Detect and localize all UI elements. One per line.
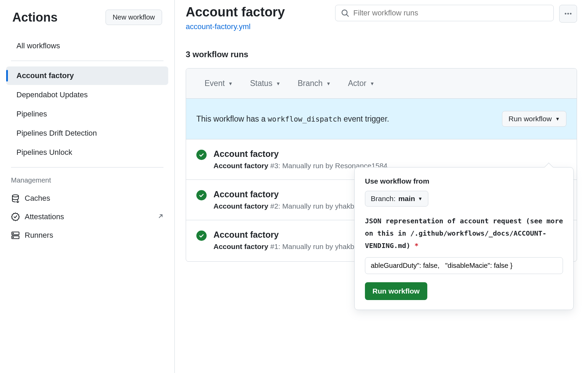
- svg-point-8: [570, 13, 572, 15]
- more-menu-button[interactable]: [559, 5, 577, 23]
- filter-actor[interactable]: Actor▼: [348, 79, 375, 88]
- success-icon: [196, 190, 207, 200]
- sidebar-title: Actions: [12, 10, 58, 25]
- caret-down-icon: ▼: [555, 116, 560, 122]
- use-from-label: Use workflow from: [365, 177, 563, 185]
- sidebar-item-pipelines[interactable]: Pipelines: [6, 105, 168, 123]
- verified-icon: [11, 212, 20, 221]
- sidebar-item-account-factory[interactable]: Account factory: [6, 66, 168, 85]
- success-icon: [196, 231, 207, 241]
- workflow-file-link[interactable]: account-factory.yml: [186, 22, 330, 31]
- mgmt-runners-label: Runners: [25, 231, 53, 240]
- divider: [11, 61, 163, 61]
- sidebar: Actions New workflow All workflows Accou…: [0, 0, 175, 373]
- mgmt-runners[interactable]: Runners: [6, 226, 168, 245]
- filter-status[interactable]: Status▼: [250, 79, 281, 88]
- filter-input-wrap[interactable]: [335, 5, 554, 21]
- management-label: Management: [6, 173, 168, 189]
- mgmt-caches[interactable]: Caches: [6, 189, 168, 208]
- external-link-icon: [157, 213, 163, 220]
- svg-point-6: [565, 13, 566, 15]
- server-icon: [11, 231, 20, 240]
- json-input[interactable]: [365, 257, 563, 274]
- database-icon: [11, 194, 20, 203]
- page-title: Account factory: [186, 5, 330, 20]
- sidebar-item-dependabot[interactable]: Dependabot Updates: [6, 86, 168, 104]
- caret-down-icon: ▼: [276, 81, 281, 86]
- branch-select[interactable]: Branch: main ▼: [365, 191, 428, 207]
- sidebar-item-unlock[interactable]: Pipelines Unlock: [6, 143, 168, 162]
- mgmt-caches-label: Caches: [25, 194, 50, 203]
- filter-bar: Event▼ Status▼ Branch▼ Actor▼: [186, 69, 577, 99]
- filter-branch[interactable]: Branch▼: [298, 79, 331, 88]
- dispatch-text: This workflow has a workflow_dispatch ev…: [196, 114, 389, 124]
- runs-count: 3 workflow runs: [186, 50, 577, 59]
- run-workflow-dropdown[interactable]: Run workflow ▼: [502, 111, 566, 127]
- svg-point-3: [13, 233, 14, 234]
- run-title: Account factory: [213, 149, 566, 159]
- sidebar-item-all-workflows[interactable]: All workflows: [6, 37, 168, 55]
- caret-down-icon: ▼: [228, 81, 233, 86]
- divider: [11, 167, 163, 167]
- filter-input[interactable]: [353, 9, 548, 17]
- caret-down-icon: ▼: [326, 81, 331, 86]
- svg-point-4: [13, 237, 14, 238]
- caret-down-icon: ▼: [370, 81, 375, 86]
- sidebar-item-drift[interactable]: Pipelines Drift Detection: [6, 124, 168, 142]
- mgmt-attestations-label: Attestations: [25, 212, 64, 221]
- kebab-icon: [564, 10, 572, 18]
- caret-down-icon: ▼: [418, 196, 422, 201]
- svg-point-0: [12, 195, 19, 197]
- required-asterisk: *: [415, 241, 419, 250]
- run-workflow-submit-button[interactable]: Run workflow: [365, 282, 427, 300]
- filter-event[interactable]: Event▼: [205, 79, 233, 88]
- new-workflow-button[interactable]: New workflow: [106, 10, 162, 25]
- search-icon: [341, 9, 349, 17]
- svg-point-7: [567, 13, 569, 15]
- main-content: Account factory account-factory.yml 3 wo…: [175, 0, 588, 373]
- run-workflow-popover: Use workflow from Branch: main ▼ JSON re…: [354, 167, 574, 310]
- dispatch-banner: This workflow has a workflow_dispatch ev…: [186, 99, 577, 139]
- mgmt-attestations[interactable]: Attestations: [6, 208, 168, 226]
- json-input-label: JSON representation of account request (…: [365, 215, 563, 252]
- success-icon: [196, 150, 207, 160]
